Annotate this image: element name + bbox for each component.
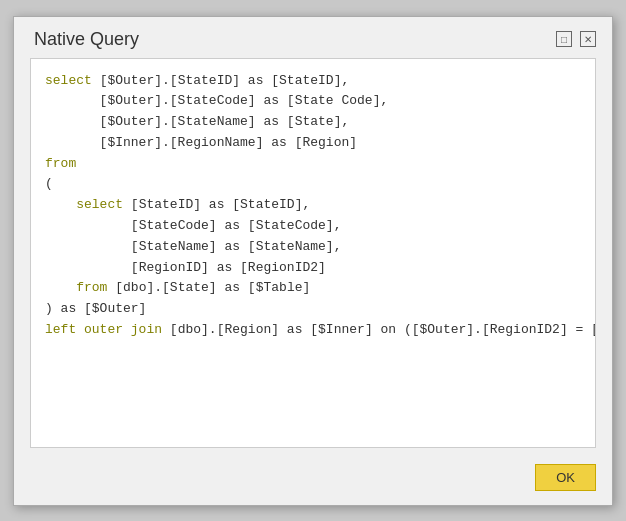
query-inner-select-keyword: select — [76, 197, 123, 212]
query-text: select [$Outer].[StateID] as [StateID], … — [45, 71, 581, 341]
title-bar: Native Query □ ✕ — [14, 17, 612, 58]
dialog-title: Native Query — [34, 29, 139, 50]
query-from-keyword2: from — [76, 280, 107, 295]
query-content-area: select [$Outer].[StateID] as [StateID], … — [30, 58, 596, 448]
window-controls: □ ✕ — [556, 31, 596, 47]
query-from-keyword: from — [45, 156, 76, 171]
query-left-outer-join-keyword: left outer join — [45, 322, 162, 337]
dialog-footer: OK — [14, 456, 612, 505]
query-select-keyword: select — [45, 73, 92, 88]
minimize-button[interactable]: □ — [556, 31, 572, 47]
native-query-dialog: Native Query □ ✕ select [$Outer].[StateI… — [13, 16, 613, 506]
ok-button[interactable]: OK — [535, 464, 596, 491]
close-button[interactable]: ✕ — [580, 31, 596, 47]
